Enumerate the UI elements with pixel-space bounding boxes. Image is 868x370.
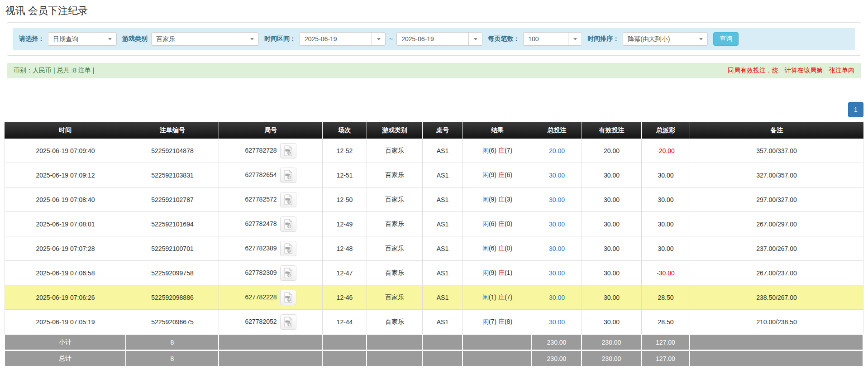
round-id-value: 627782309 — [245, 269, 277, 276]
cell-bet-id: 522592102787 — [126, 187, 219, 212]
cell-result: 闲(9) 庄(6) — [463, 163, 532, 187]
summary-currency-count: 币别：人民币 | 总共 :8 注单 | — [14, 67, 94, 75]
game-type-select[interactable]: 百家乐 — [151, 32, 259, 46]
cell-time: 2025-06-19 07:06:26 — [5, 285, 126, 310]
search-button[interactable]: 查询 — [713, 32, 739, 46]
cell-session: 12-46 — [323, 285, 367, 310]
result-banker-points: (8) — [505, 318, 512, 325]
total-bet-link[interactable]: 30.00 — [549, 196, 565, 203]
video-replay-button[interactable] — [280, 192, 296, 207]
cell-game-type: 百家乐 — [367, 139, 423, 163]
cell-payout: 30.00 — [642, 212, 690, 236]
cell-payout: 30.00 — [642, 163, 690, 187]
video-replay-button[interactable] — [280, 241, 296, 256]
date-to-value: 2025-06-19 — [397, 33, 468, 45]
cell-time: 2025-06-19 07:06:58 — [5, 261, 126, 285]
video-file-icon — [283, 268, 293, 279]
date-from-caret-button[interactable] — [372, 33, 385, 45]
page-1-button[interactable]: 1 — [848, 102, 863, 117]
cell-note: 267.00/297.00 — [690, 212, 863, 236]
cell-total-bet: 20.00 — [532, 139, 582, 163]
result-player-points: (6) — [489, 245, 496, 252]
cell-payout: 28.50 — [642, 310, 690, 334]
result-banker-points: (0) — [505, 245, 512, 252]
game-type-caret-button[interactable] — [245, 33, 258, 45]
per-page-caret-button[interactable] — [568, 33, 582, 45]
date-to-select[interactable]: 2025-06-19 — [396, 32, 482, 46]
cell-payout: -30.00 — [642, 261, 690, 285]
video-file-icon — [283, 145, 293, 156]
cell-bet-id: 522592104878 — [126, 139, 219, 163]
query-type-select[interactable]: 日期查询 — [48, 32, 117, 46]
video-replay-button[interactable] — [280, 314, 296, 330]
total-valid-bet: 230.00 — [582, 351, 642, 367]
cell-result: 闲(9) 庄(1) — [463, 261, 532, 285]
video-replay-button[interactable] — [280, 143, 296, 159]
round-id-value: 627782228 — [245, 293, 277, 300]
round-id-value: 627782389 — [245, 244, 277, 251]
cell-result: 闲(1) 庄(7) — [463, 285, 532, 310]
result-banker-label: 庄 — [498, 171, 505, 178]
filter-strip: 请选择： 日期查询 游戏类别 百家乐 时间区间： 2025-06-19 ~ 20… — [13, 28, 855, 50]
chevron-down-icon — [474, 38, 477, 40]
per-page-select[interactable]: 100 — [523, 32, 582, 46]
total-bet-link[interactable]: 20.00 — [549, 147, 565, 154]
cell-valid-bet: 30.00 — [582, 261, 642, 285]
video-replay-button[interactable] — [280, 290, 296, 305]
cell-game-type: 百家乐 — [367, 187, 423, 212]
cell-table-no: AS1 — [423, 310, 463, 334]
cell-payout: 28.50 — [642, 285, 690, 310]
round-id-value: 627782052 — [245, 317, 277, 325]
table-row: 2025-06-19 07:09:12 522592103831 6277826… — [5, 163, 863, 187]
video-replay-button[interactable] — [280, 168, 296, 183]
per-page-value: 100 — [524, 33, 568, 45]
time-sort-select[interactable]: 降冪(由大到小) — [623, 32, 708, 46]
game-type-label: 游戏类别 — [122, 35, 148, 43]
total-bet-link[interactable]: 30.00 — [549, 269, 565, 277]
total-total-bet: 230.00 — [532, 351, 582, 367]
header-payout: 总派彩 — [642, 122, 690, 139]
result-player-points: (6) — [489, 220, 496, 227]
date-from-select[interactable]: 2025-06-19 — [300, 32, 386, 46]
subtotal-game — [367, 334, 423, 351]
cell-note: 237.00/267.00 — [690, 236, 863, 261]
subtotal-label: 小计 — [5, 334, 126, 351]
chevron-down-icon — [573, 38, 577, 40]
subtotal-row: 小计 8 230.00 230.00 127.00 — [5, 334, 863, 351]
total-table — [423, 351, 463, 367]
time-sort-caret-button[interactable] — [694, 33, 707, 45]
subtotal-valid-bet: 230.00 — [582, 334, 642, 351]
game-type-value: 百家乐 — [152, 33, 245, 45]
total-label: 总计 — [5, 351, 126, 367]
result-banker-points: (7) — [505, 293, 512, 301]
date-to-caret-button[interactable] — [468, 33, 482, 45]
cell-game-type: 百家乐 — [367, 163, 423, 187]
total-session — [323, 351, 367, 367]
result-banker-points: (3) — [505, 196, 512, 203]
total-bet-link[interactable]: 30.00 — [549, 245, 565, 252]
cell-bet-id: 522592100701 — [126, 236, 219, 261]
chevron-down-icon — [108, 38, 112, 40]
total-bet-link[interactable]: 30.00 — [549, 318, 565, 326]
result-player-points: (9) — [489, 196, 496, 203]
video-replay-button[interactable] — [280, 265, 296, 281]
header-note: 备注 — [690, 122, 863, 139]
cell-total-bet: 30.00 — [532, 285, 582, 310]
header-round-id: 局号 — [219, 122, 323, 139]
result-banker-points: (1) — [505, 269, 512, 276]
filter-panel: 请选择： 日期查询 游戏类别 百家乐 时间区间： 2025-06-19 ~ 20… — [7, 22, 861, 56]
round-id-value: 627782654 — [245, 171, 277, 178]
cell-time: 2025-06-19 07:05:19 — [5, 310, 126, 334]
result-player-label: 闲 — [482, 171, 489, 178]
table-row: 2025-06-19 07:06:26 522592098886 6277822… — [5, 285, 863, 310]
video-file-icon — [283, 219, 293, 230]
cell-table-no: AS1 — [423, 163, 463, 187]
video-replay-button[interactable] — [280, 216, 296, 232]
total-bet-link[interactable]: 30.00 — [549, 294, 565, 301]
query-type-caret-button[interactable] — [103, 33, 116, 45]
cell-total-bet: 30.00 — [532, 187, 582, 212]
total-bet-link[interactable]: 30.00 — [549, 221, 565, 228]
cell-time: 2025-06-19 07:08:01 — [5, 212, 126, 236]
total-bet-link[interactable]: 30.00 — [549, 172, 565, 179]
cell-result: 闲(7) 庄(8) — [463, 310, 532, 334]
